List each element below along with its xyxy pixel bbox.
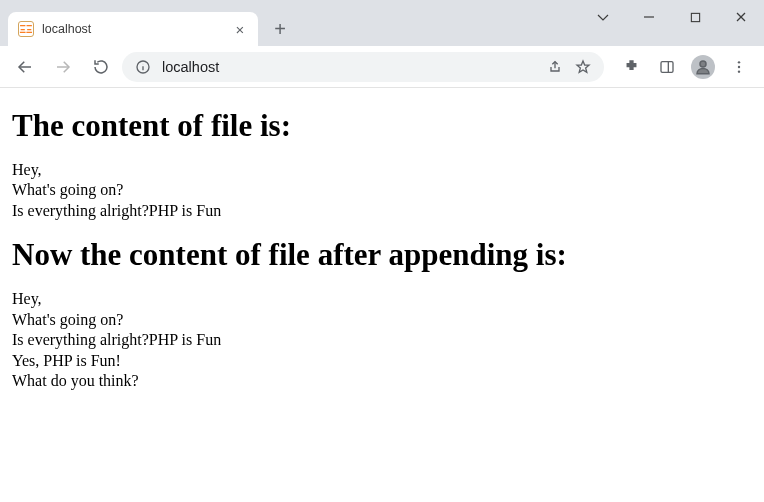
tab-title: localhost bbox=[42, 22, 224, 36]
profile-avatar[interactable] bbox=[686, 50, 720, 84]
svg-marker-10 bbox=[577, 61, 589, 72]
window-controls bbox=[580, 0, 764, 34]
svg-point-13 bbox=[700, 61, 706, 67]
page-content: The content of file is: Hey, What's goin… bbox=[0, 88, 764, 404]
side-panel-icon[interactable] bbox=[650, 50, 684, 84]
window-titlebar: ΞΞ localhost × + bbox=[0, 0, 764, 46]
svg-point-15 bbox=[738, 65, 740, 67]
new-tab-button[interactable]: + bbox=[266, 15, 294, 43]
info-icon[interactable] bbox=[134, 58, 152, 76]
address-text: localhost bbox=[162, 59, 536, 75]
svg-point-14 bbox=[738, 61, 740, 63]
browser-toolbar: localhost bbox=[0, 46, 764, 88]
file-content-appended: Hey, What's going on? Is everything alri… bbox=[12, 289, 752, 391]
xampp-favicon: ΞΞ bbox=[18, 21, 34, 37]
file-content-original: Hey, What's going on? Is everything alri… bbox=[12, 160, 752, 221]
share-icon[interactable] bbox=[546, 58, 564, 76]
heading-appended: Now the content of file after appending … bbox=[12, 237, 752, 273]
reload-button[interactable] bbox=[84, 50, 118, 84]
bookmark-star-icon[interactable] bbox=[574, 58, 592, 76]
menu-button[interactable] bbox=[722, 50, 756, 84]
heading-original: The content of file is: bbox=[12, 108, 752, 144]
svg-point-16 bbox=[738, 70, 740, 72]
close-tab-button[interactable]: × bbox=[232, 21, 248, 37]
maximize-button[interactable] bbox=[672, 0, 718, 34]
minimize-button[interactable] bbox=[626, 0, 672, 34]
svg-rect-1 bbox=[691, 13, 699, 21]
forward-button[interactable] bbox=[46, 50, 80, 84]
back-button[interactable] bbox=[8, 50, 42, 84]
svg-rect-11 bbox=[661, 61, 673, 72]
address-bar[interactable]: localhost bbox=[122, 52, 604, 82]
browser-tab[interactable]: ΞΞ localhost × bbox=[8, 12, 258, 46]
chevron-down-icon[interactable] bbox=[580, 0, 626, 34]
svg-point-8 bbox=[143, 63, 144, 64]
close-window-button[interactable] bbox=[718, 0, 764, 34]
extensions-icon[interactable] bbox=[614, 50, 648, 84]
toolbar-right-icons bbox=[614, 50, 756, 84]
